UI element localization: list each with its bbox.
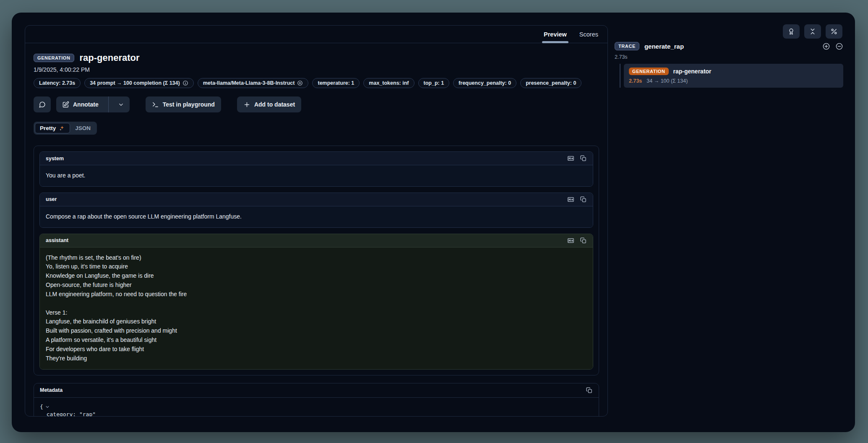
window-actions [783, 24, 842, 39]
copy-icon[interactable] [580, 237, 587, 244]
expand-all-icon[interactable] [822, 42, 830, 50]
edit-icon [62, 101, 69, 108]
trace-name: generate_rap [644, 43, 684, 50]
message-header-actions [567, 155, 587, 162]
user-message-header: user [40, 193, 593, 206]
detail-tabbar: Preview Scores [25, 26, 607, 43]
metadata-container: Metadata { category: "rap" } [34, 383, 599, 417]
message-content: You are a poet. [40, 165, 593, 186]
collapse-panel-button[interactable] [804, 24, 821, 39]
metadata-header: Metadata [34, 383, 599, 398]
system-message-block: system You are a poet. [39, 151, 593, 187]
add-to-dataset-button[interactable]: Add to dataset [237, 96, 301, 112]
message-content: (The rhythm is set, the beat's on fire) … [40, 248, 593, 369]
observation-latency: 2.73s [629, 78, 642, 84]
generation-type-badge: GENERATION [629, 68, 669, 75]
assistant-message-header: assistant [40, 234, 593, 248]
message-content: Compose a rap about the open source LLM … [40, 206, 593, 227]
tree-actions [822, 42, 843, 50]
metadata-title: Metadata [40, 387, 63, 393]
award-icon [787, 28, 795, 35]
message-role-label: system [46, 156, 64, 162]
observation-type-badge: GENERATION [34, 54, 74, 62]
view-mode-toggle: Pretty JSON [34, 122, 97, 135]
token-usage-pill[interactable]: 34 prompt → 100 completion (Σ 134) [84, 78, 194, 88]
collapse-all-icon[interactable] [835, 42, 843, 50]
test-in-playground-button[interactable]: Test in playground [146, 96, 221, 112]
page-title: rap-generator [80, 52, 140, 63]
tree-indent-guide [620, 64, 620, 88]
observation-detail-card: Preview Scores GENERATION rap-generator … [25, 25, 608, 417]
copy-icon[interactable] [580, 196, 587, 203]
annotate-button[interactable]: Annotate [56, 96, 104, 112]
trace-header: TRACE generate_rap [615, 42, 843, 50]
attribute-pills: Latency: 2.73s 34 prompt → 100 completio… [34, 78, 599, 88]
active-tab-underline [542, 41, 568, 43]
toolbar: Annotate Test in playground Add to datas… [34, 96, 599, 112]
timestamp: 1/9/2025, 4:00:22 PM [34, 66, 599, 73]
system-message-header: system [40, 152, 593, 165]
metadata-json-body: category: "rap" } [40, 411, 593, 417]
comments-button[interactable] [34, 96, 51, 112]
button-divider [108, 96, 109, 112]
observation-tree-item[interactable]: GENERATION rap-generator 2.73s 34 → 100 … [624, 64, 843, 88]
observation-token-usage: 34 → 100 (Σ 134) [646, 78, 688, 84]
tab-scores[interactable]: Scores [579, 26, 598, 43]
json-view-button[interactable]: JSON [70, 123, 96, 133]
annotate-split-button: Annotate [56, 96, 130, 112]
trace-type-badge: TRACE [615, 42, 639, 50]
info-icon [182, 80, 188, 86]
message-header-actions [567, 196, 587, 203]
message-role-label: user [46, 196, 57, 202]
detail-body: GENERATION rap-generator 1/9/2025, 4:00:… [25, 43, 607, 417]
pretty-view-button[interactable]: Pretty [35, 123, 70, 133]
title-row: GENERATION rap-generator [34, 52, 599, 63]
observation-item-stats-row: 2.73s 34 → 100 (Σ 134) [629, 78, 838, 84]
trace-tree-panel: TRACE generate_rap 2.73s GENERATION rap-… [615, 42, 843, 88]
collapse-icon [809, 28, 816, 35]
markdown-icon[interactable] [567, 196, 574, 203]
assistant-message-block: assistant (The rhythm is set, the beat's… [39, 234, 593, 370]
tab-preview[interactable]: Preview [544, 26, 567, 43]
top-p-pill[interactable]: top_p: 1 [418, 78, 450, 88]
annotate-dropdown-button[interactable] [112, 96, 130, 112]
chevron-down-icon [118, 102, 124, 108]
message-role-label: assistant [46, 237, 68, 243]
temperature-pill[interactable]: temperature: 1 [312, 78, 360, 88]
observation-item-title-row: GENERATION rap-generator [629, 68, 838, 75]
observation-item-name: rap-generator [673, 68, 712, 75]
sparkles-icon [59, 125, 65, 131]
max-tokens-pill[interactable]: max_tokens: inf [363, 78, 414, 88]
trace-header-left[interactable]: TRACE generate_rap [615, 42, 684, 50]
collapse-json-chevron-icon[interactable] [45, 404, 50, 409]
user-message-block: user Compose a rap about the open source… [39, 193, 593, 228]
model-pill[interactable]: meta-llama/Meta-Llama-3-8B-Instruct [198, 78, 309, 88]
message-header-actions [567, 237, 587, 244]
terminal-icon [152, 101, 159, 108]
app-window: Preview Scores GENERATION rap-generator … [12, 13, 855, 432]
chat-bubble-icon [39, 101, 46, 108]
messages-container: system You are a poet. user [34, 146, 599, 375]
plus-circle-icon [297, 80, 303, 86]
percent-icon [830, 28, 838, 35]
latency-pill[interactable]: Latency: 2.73s [34, 78, 81, 88]
copy-icon[interactable] [586, 387, 593, 394]
plus-icon [243, 101, 250, 108]
markdown-icon[interactable] [567, 237, 574, 244]
metadata-json-root: { [40, 403, 593, 411]
presence-penalty-pill[interactable]: presence_penalty: 0 [520, 78, 581, 88]
trace-latency: 2.73s [615, 54, 843, 60]
usage-percent-button[interactable] [826, 24, 842, 39]
markdown-icon[interactable] [567, 155, 574, 162]
annotation-queue-button[interactable] [783, 24, 800, 39]
tree-row: GENERATION rap-generator 2.73s 34 → 100 … [615, 64, 843, 88]
metadata-json: { category: "rap" } [34, 398, 599, 417]
copy-icon[interactable] [580, 155, 587, 162]
frequency-penalty-pill[interactable]: frequency_penalty: 0 [453, 78, 516, 88]
